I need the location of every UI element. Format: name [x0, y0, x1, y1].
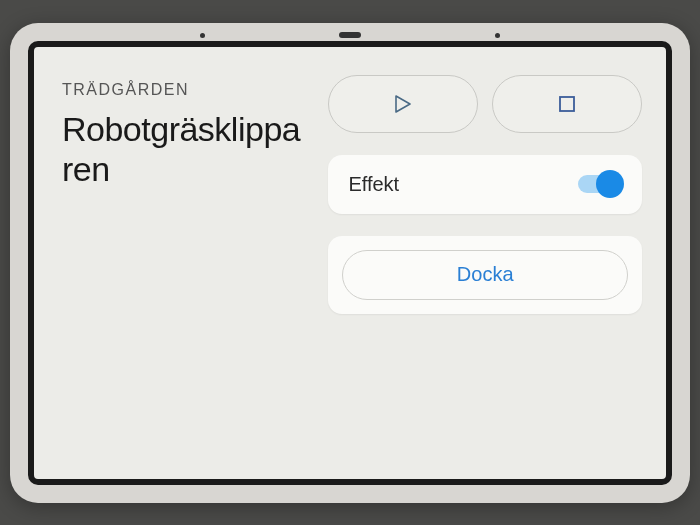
camera-slot	[339, 32, 361, 38]
power-toggle[interactable]	[578, 175, 622, 193]
stop-button[interactable]	[492, 75, 642, 133]
speaker-hole-left	[200, 33, 205, 38]
dock-button-label: Docka	[457, 263, 514, 286]
play-button[interactable]	[328, 75, 478, 133]
dock-button[interactable]: Docka	[342, 250, 628, 300]
screen: TRÄDGÅRDEN Robotgräsklipparen Effekt	[28, 41, 672, 485]
controls-column: Effekt Docka	[328, 75, 642, 455]
svg-rect-0	[560, 97, 574, 111]
power-card: Effekt	[328, 155, 642, 214]
power-label: Effekt	[348, 173, 399, 196]
toggle-knob	[596, 170, 624, 198]
room-label: TRÄDGÅRDEN	[62, 81, 308, 99]
title-column: TRÄDGÅRDEN Robotgräsklipparen	[62, 75, 308, 455]
device-title: Robotgräsklipparen	[62, 109, 308, 189]
dock-card: Docka	[328, 236, 642, 314]
speaker-hole-right	[495, 33, 500, 38]
device-frame: TRÄDGÅRDEN Robotgräsklipparen Effekt	[10, 23, 690, 503]
playback-row	[328, 75, 642, 133]
play-icon	[394, 94, 412, 114]
stop-icon	[559, 96, 575, 112]
